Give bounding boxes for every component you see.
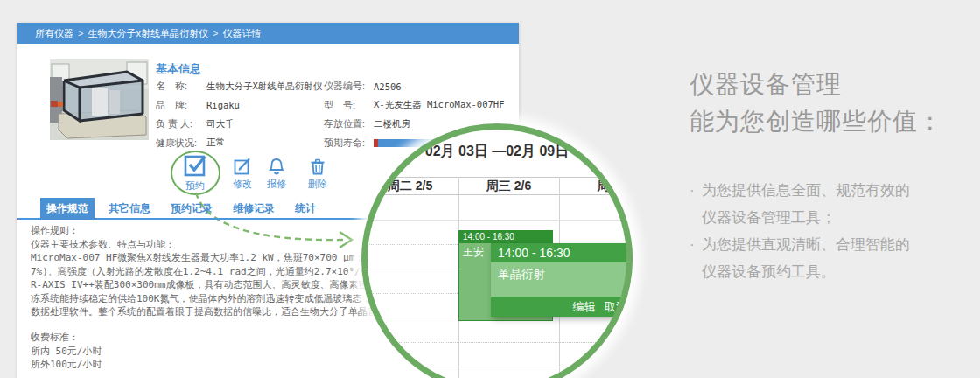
field-label-number: 仪器编号:: [324, 80, 374, 93]
calendar-grid-line: [361, 220, 633, 220]
bullet-marker: ·: [690, 231, 702, 258]
field-label-brand: 品 牌:: [156, 99, 206, 112]
bullet-text-line: 为您提供直观清晰、合理智能的: [702, 231, 910, 258]
promo-panel: 仪器设备管理 能为您创造哪些价值： · 为您提供信息全面、规范有效的 仪器设备管…: [690, 66, 978, 285]
promo-bullet: · 为您提供信息全面、规范有效的: [690, 177, 978, 204]
calendar-grid-line: [361, 342, 633, 343]
calendar-day-wednesday: 周三 2/6: [458, 178, 559, 194]
tab-statistics[interactable]: 统计: [289, 198, 322, 220]
delete-label: 删除: [293, 178, 342, 191]
edit-pencil-icon: [234, 158, 251, 175]
breadcrumb: 所有仪器 > 生物大分子x射线单晶衍射仪 > 仪器详情: [18, 23, 519, 44]
field-value-name: 生物大分子X射线单晶衍射仪: [206, 80, 324, 93]
promo-heading-line2: 能为您创造哪些价值：: [690, 103, 978, 140]
popup-event-name: 单晶衍射: [491, 262, 633, 297]
popup-cancel-button[interactable]: 取消: [605, 300, 627, 313]
tab-repair-records[interactable]: 维修记录: [227, 198, 281, 220]
field-label-model: 型 号:: [324, 99, 374, 112]
promo-bullets: · 为您提供信息全面、规范有效的 仪器设备管理工具； · 为您提供直观清晰、合理…: [690, 177, 978, 285]
field-value-owner: 司大千: [206, 118, 324, 130]
breadcrumb-all-instruments[interactable]: 所有仪器: [35, 27, 74, 40]
promo-bullet: · 为您提供直观清晰、合理智能的: [690, 231, 978, 258]
breadcrumb-detail: 仪器详情: [222, 27, 261, 40]
field-value-number: A2506: [374, 81, 402, 92]
field-label-health: 健康状况:: [156, 136, 206, 150]
info-row-brand-model: 品 牌: Rigaku 型 号: X-光发生器 MicroMax-007HF: [156, 96, 514, 116]
basic-info-title: 基本信息: [156, 61, 201, 77]
lifespan-used-segment: [374, 139, 378, 147]
delete-button[interactable]: 删除: [293, 158, 342, 191]
repair-bell-icon: [268, 158, 285, 175]
calendar-day-thursday: 周四: [559, 178, 633, 194]
bullet-text-line: 为您提供信息全面、规范有效的: [702, 177, 910, 204]
info-row-name-number: 名 称: 生物大分子X射线单晶衍射仪 仪器编号: A2506: [156, 77, 514, 96]
tab-reservation-records[interactable]: 预约记录: [164, 198, 219, 220]
calendar-magnifier: 02月 03日 —02月 09日 周二 2/5 周三 2/6 周四 14:00 …: [361, 123, 633, 378]
popup-time-label: 14:00 - 16:30: [491, 243, 633, 262]
field-label-lifespan: 预期寿命:: [324, 136, 374, 150]
breadcrumb-instrument[interactable]: 生物大分子x射线单晶衍射仪: [88, 27, 208, 40]
field-value-location: 二楼机房: [374, 118, 410, 130]
field-label-location: 存放位置:: [324, 117, 374, 130]
tab-other-info[interactable]: 其它信息: [102, 198, 157, 220]
event-detail-popup: 14:00 - 16:30 单晶衍射 编辑 取消: [491, 243, 633, 317]
breadcrumb-separator: >: [78, 28, 83, 38]
bullet-text-line: 仪器设备管理工具；: [690, 204, 978, 231]
field-value-health: 正常: [206, 136, 324, 149]
popup-edit-button[interactable]: 编辑: [572, 300, 595, 313]
field-value-brand: Rigaku: [206, 100, 324, 110]
bullet-marker: ·: [690, 177, 702, 204]
promo-heading-line1: 仪器设备管理: [690, 66, 978, 103]
field-value-model: X-光发生器 MicroMax-007HF: [374, 99, 504, 111]
bullet-text-line: 仪器设备预约工具。: [690, 258, 978, 285]
tab-operation-rules[interactable]: 操作规范: [40, 198, 94, 220]
delete-trash-icon: [309, 158, 326, 175]
reserve-label: 预约: [171, 179, 220, 192]
instrument-photo: [50, 60, 149, 140]
reserve-checkbox-icon: [184, 154, 206, 177]
breadcrumb-separator: >: [213, 28, 218, 38]
event-time-label: 14:00 - 16:30: [459, 231, 552, 243]
page: { "colors": { "accent_blue": "#4a90d2", …: [0, 0, 980, 378]
reserve-button[interactable]: 预约: [171, 154, 220, 192]
field-label-name: 名 称:: [156, 80, 206, 93]
field-label-owner: 负 责 人:: [156, 117, 206, 130]
popup-actions: 编辑 取消: [491, 297, 633, 317]
